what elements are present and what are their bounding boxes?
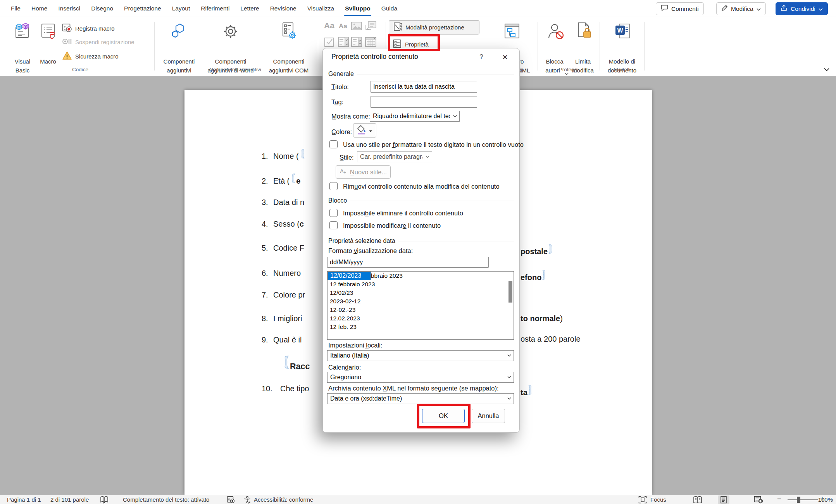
calendario-label: Calend̲ario: xyxy=(328,364,361,371)
macro-record-status-icon[interactable] xyxy=(227,496,235,504)
document-fragment: efono xyxy=(521,270,548,282)
read-mode-icon[interactable] xyxy=(693,496,702,504)
annotation-box-proprieta xyxy=(388,34,440,51)
rimuovi-checkbox[interactable] xyxy=(329,182,338,190)
proofing-icon[interactable] xyxy=(100,496,109,504)
edit-mode-button[interactable]: Modifica xyxy=(716,2,766,15)
web-layout-icon[interactable] xyxy=(754,496,763,504)
focus-icon[interactable] xyxy=(638,496,647,504)
annulla-button[interactable]: Annulla xyxy=(472,409,505,423)
tag-input[interactable] xyxy=(371,96,477,108)
group-label-modelli: Modelli xyxy=(614,67,631,72)
date-format-option[interactable]: 12/02/23 xyxy=(328,289,514,297)
date-format-list[interactable]: 12/02/2023domenica 12 febbraio 202312 fe… xyxy=(327,271,514,340)
calendario-select[interactable]: Gregoriano xyxy=(327,372,514,383)
accessibility-status[interactable]: Accessibilità: conforme xyxy=(254,495,313,504)
focus-label[interactable]: Focus xyxy=(650,495,666,504)
collapse-ribbon-icon[interactable] xyxy=(824,66,829,73)
zoom-slider-thumb[interactable] xyxy=(797,497,800,503)
date-format-option[interactable]: 12 feb. 23 xyxy=(328,323,514,331)
formato-data-label: Formato v̲isualizzazione data: xyxy=(328,247,413,255)
zoom-out-button[interactable]: − xyxy=(777,494,781,504)
date-format-option[interactable]: 12 febbraio 2023 xyxy=(328,280,514,289)
accessibility-icon[interactable] xyxy=(243,496,251,504)
impostazioni-locali-select[interactable]: Italiano (Italia) xyxy=(327,350,514,361)
macro-icon xyxy=(40,35,57,41)
design-mode-toggle[interactable]: Modalità progettazione xyxy=(389,20,479,34)
page-indicator[interactable]: Pagina 1 di 1 xyxy=(7,495,41,504)
comments-button[interactable]: Commenti xyxy=(656,2,704,15)
checkbox-control-icon xyxy=(324,36,335,49)
tab-progettazione[interactable]: Progettazione xyxy=(119,0,167,17)
tab-file[interactable]: File xyxy=(5,0,26,17)
dialog-close-button[interactable]: ✕ xyxy=(499,52,511,63)
date-format-option[interactable]: 2023-02-12 xyxy=(328,297,514,306)
dialog-help-button[interactable]: ? xyxy=(476,53,486,61)
tab-inserisci[interactable]: Inserisci xyxy=(53,0,86,17)
date-format-option[interactable]: 12-02.-23 xyxy=(328,306,514,314)
com-addins-button[interactable] xyxy=(280,22,298,42)
tab-home[interactable]: Home xyxy=(26,0,53,17)
content-control-properties-dialog: Proprietà controllo contenuto ? ✕ Genera… xyxy=(322,48,520,433)
usa-stile-label: Usa uno stile per f̲ormattare il testo d… xyxy=(343,141,524,148)
zoom-slider-track[interactable] xyxy=(788,499,818,500)
document-fragment: ta xyxy=(521,385,534,397)
word-count[interactable]: 2 di 101 parole xyxy=(50,495,89,504)
pause-recording-button: Sospendi registrazione xyxy=(62,37,134,47)
tab-visualizza[interactable]: Visualizza xyxy=(302,0,340,17)
impossibile-modificare-checkbox[interactable] xyxy=(329,221,338,229)
content-control-open-icon xyxy=(299,148,305,161)
tab-lettere[interactable]: Lettere xyxy=(235,0,264,17)
tab-sviluppo-active[interactable]: Sviluppo xyxy=(340,0,376,17)
list-scrollbar-thumb[interactable] xyxy=(508,281,512,303)
visual-basic-button[interactable] xyxy=(14,22,31,42)
rich-text-control-button: Aa xyxy=(324,21,334,30)
colore-picker-button[interactable] xyxy=(353,123,376,138)
hexagons-icon xyxy=(171,35,188,41)
zoom-level[interactable]: 100% xyxy=(818,495,833,504)
content-control-close-icon xyxy=(548,244,554,256)
tag-label: Ta̲g: xyxy=(331,98,343,106)
svg-text:W: W xyxy=(617,27,623,34)
record-macro-button[interactable]: Registra macro xyxy=(62,23,115,34)
usa-stile-checkbox[interactable] xyxy=(329,140,338,148)
tab-disegno[interactable]: Disegno xyxy=(86,0,119,17)
chevron-down-icon xyxy=(507,354,511,357)
macro-security-button[interactable]: Sicurezza macro xyxy=(62,51,119,62)
list-item: 5.Codice F xyxy=(262,244,304,253)
formato-data-input[interactable] xyxy=(327,257,489,268)
tab-revisione[interactable]: Revisione xyxy=(265,0,302,17)
content-control-close-icon xyxy=(542,270,548,282)
datepicker-control-icon xyxy=(365,36,377,49)
archivia-xml-select[interactable]: Data e ora (xsd:dateTime) xyxy=(327,393,514,404)
comment-icon xyxy=(661,5,668,13)
date-format-option[interactable]: 12.02.2023 xyxy=(328,314,514,323)
tab-guida[interactable]: Guida xyxy=(376,0,403,17)
block-authors-button[interactable] xyxy=(547,22,565,42)
stile-label: S̲tile: xyxy=(340,154,354,161)
print-layout-icon[interactable] xyxy=(720,496,727,504)
share-button[interactable]: Condividi xyxy=(776,2,828,15)
group-label-addins: Componenti aggiuntivi xyxy=(209,67,261,72)
titolo-input[interactable] xyxy=(371,81,477,93)
paint-bucket-icon xyxy=(357,125,366,136)
tab-riferimenti[interactable]: Riferimenti xyxy=(195,0,235,17)
tab-layout[interactable]: Layout xyxy=(167,0,196,17)
addins-button[interactable] xyxy=(171,22,188,42)
chevron-down-icon xyxy=(819,5,823,12)
section-proprieta-selezione-data: Proprietà selezione data xyxy=(328,237,514,244)
building-block-icon xyxy=(365,21,377,33)
date-format-option[interactable]: 12/02/2023 xyxy=(328,272,371,280)
document-template-button[interactable]: W xyxy=(614,22,632,42)
document-fragment: osta a 200 parole xyxy=(521,335,581,344)
archivia-xml-label: Archivia contenuto X̲ML nel formato segu… xyxy=(328,385,499,392)
list-item: 2.Età (e xyxy=(262,173,300,186)
xml-mapping-pane-button[interactable] xyxy=(503,22,521,42)
macro-button[interactable] xyxy=(40,22,57,42)
group-divider xyxy=(600,22,600,71)
word-addins-button[interactable] xyxy=(222,22,240,42)
impossibile-eliminare-checkbox[interactable] xyxy=(329,209,338,217)
text-completion-status[interactable]: Completamento del testo: attivato xyxy=(123,495,209,504)
restrict-editing-button[interactable] xyxy=(575,22,592,42)
mostra-come-select[interactable]: Riquadro delimitatore del testo xyxy=(370,111,460,122)
